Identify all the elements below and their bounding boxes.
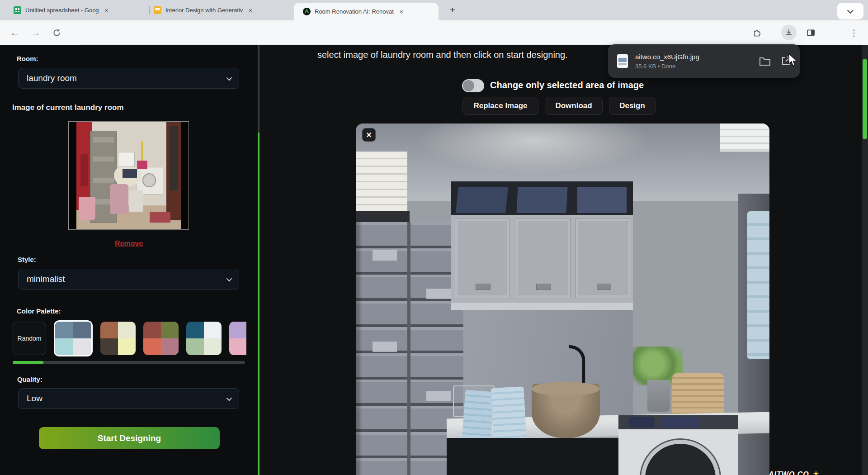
quality-value: Low (27, 394, 42, 404)
download-filename: aitwo.co_x6UjGfn.jpg (635, 53, 699, 61)
chevron-down-icon (226, 395, 232, 401)
page-scrollbar-thumb[interactable] (863, 59, 867, 139)
extensions-icon[interactable] (749, 25, 764, 40)
watermark-text: AITWO.CO (769, 470, 809, 475)
design-options-sidebar: Room: laundry room Image of current laun… (0, 45, 258, 475)
room-label: Room: (17, 55, 38, 62)
swatch-color (118, 338, 136, 355)
quality-select[interactable]: Low (18, 388, 239, 409)
page-content: Room: laundry room Image of current laun… (0, 45, 868, 475)
current-image-label: Image of current laundry room (12, 103, 124, 112)
yellow-doc-icon (154, 6, 161, 14)
palette-list: Random (13, 319, 246, 357)
side-panel-icon[interactable] (803, 25, 818, 40)
swatch-color (229, 322, 246, 338)
swatch-color (73, 338, 91, 355)
chevron-down-icon (847, 7, 854, 13)
swatch-color (73, 322, 91, 338)
remove-image-link[interactable]: Remove (0, 240, 258, 248)
room-select[interactable]: laundry room (18, 68, 239, 89)
file-thumbnail-icon (617, 54, 628, 68)
download-notification-popup[interactable]: aitwo.co_x6UjGfn.jpg 35.6 KB • Done (608, 44, 800, 78)
palette-scrollbar[interactable] (13, 361, 245, 364)
chevron-down-icon (226, 75, 232, 81)
swatch-color (186, 322, 204, 338)
forward-button[interactable]: → (28, 25, 43, 40)
swatch-color (229, 338, 246, 355)
replace-image-button[interactable]: Replace Image (462, 97, 538, 115)
swatch-color (143, 322, 161, 338)
sidebar-scrollbar[interactable] (258, 45, 259, 475)
swatch-color (186, 338, 204, 355)
toggle-label: Change only selected area of image (490, 80, 644, 90)
palette-swatch[interactable] (143, 322, 179, 355)
style-select[interactable]: minimalist (18, 269, 239, 290)
start-designing-button[interactable]: Start Designing (39, 427, 220, 449)
show-in-folder-button[interactable] (759, 56, 771, 66)
style-label: Style: (18, 256, 36, 263)
instruction-text: select image of laundry room and then cl… (317, 50, 568, 60)
tab-close-icon[interactable]: × (246, 6, 255, 14)
reload-button[interactable] (49, 25, 64, 40)
mouse-cursor (788, 53, 798, 69)
browser-toolbar: ← → aitwo.co/ai-interior-design ☆ ⋮ (0, 20, 868, 45)
palette-swatch[interactable] (100, 322, 136, 355)
room-value: laundry room (27, 73, 77, 83)
download-button[interactable]: Download (545, 97, 603, 115)
swatch-color (55, 338, 73, 355)
sidebar-scrollbar-thumb[interactable] (258, 133, 259, 475)
swatch-color (204, 322, 222, 338)
swatch-color (143, 338, 161, 355)
selected-area-toggle[interactable] (462, 79, 484, 92)
tab-close-icon[interactable]: × (397, 8, 406, 16)
random-palette-button[interactable]: Random (13, 322, 46, 355)
swatch-color (118, 322, 136, 338)
sheets-icon (14, 6, 21, 14)
generated-design-image (356, 124, 769, 475)
tab-fade (260, 4, 273, 17)
swatch-color (204, 338, 222, 355)
aitwo-logo-icon (303, 8, 311, 15)
download-info: aitwo.co_x6UjGfn.jpg 35.6 KB • Done (635, 53, 699, 70)
toggle-knob (463, 80, 474, 91)
quality-label: Quality: (17, 375, 42, 383)
new-tab-button[interactable]: + (447, 5, 458, 16)
style-value: minimalist (27, 274, 65, 284)
tab-fade (408, 6, 420, 20)
back-button[interactable]: ← (7, 25, 23, 40)
tab-title: Untitled spreadsheet - Goog (25, 7, 99, 14)
design-button[interactable]: Design (609, 97, 656, 115)
tab-close-icon[interactable]: × (103, 6, 111, 14)
browser-menu-icon[interactable]: ⋮ (846, 25, 862, 40)
swatch-color (100, 338, 118, 355)
tab-separator (149, 6, 150, 14)
palette-scrollbar-thumb[interactable] (13, 361, 43, 364)
swatch-color (161, 338, 179, 355)
download-status: 35.6 KB • Done (635, 63, 699, 70)
close-preview-button[interactable]: × (362, 128, 376, 142)
swatch-color (100, 322, 118, 338)
tab-search-button[interactable] (837, 3, 863, 19)
tab-title: Interior Design with Generativ (165, 7, 243, 14)
sparkle-icon (813, 470, 819, 475)
tab-title: Room Renovation AI: Renovat (315, 8, 394, 15)
watermark-branding: AITWO.CO (769, 470, 819, 475)
swatch-color (55, 322, 73, 338)
room-photo-thumbnail (68, 121, 189, 230)
tab-fade (116, 4, 128, 17)
laundry-room-photo (76, 122, 181, 229)
downloads-button[interactable] (781, 25, 797, 40)
chevron-down-icon (226, 276, 232, 281)
tab-room-renovation-active[interactable]: Room Renovation AI: Renovat × (294, 3, 439, 20)
tab-spreadsheet[interactable]: Untitled spreadsheet - Goog × (9, 0, 145, 20)
palette-swatch[interactable] (54, 320, 93, 356)
tab-interior-design[interactable]: Interior Design with Generativ × (154, 0, 289, 20)
palette-label: Color Palette: (17, 307, 61, 315)
page-scrollbar[interactable] (862, 45, 868, 475)
palette-swatch[interactable] (229, 322, 246, 355)
swatch-color (161, 322, 179, 338)
palette-swatch[interactable] (186, 322, 222, 355)
tab-strip: Untitled spreadsheet - Goog × Interior D… (0, 0, 868, 20)
